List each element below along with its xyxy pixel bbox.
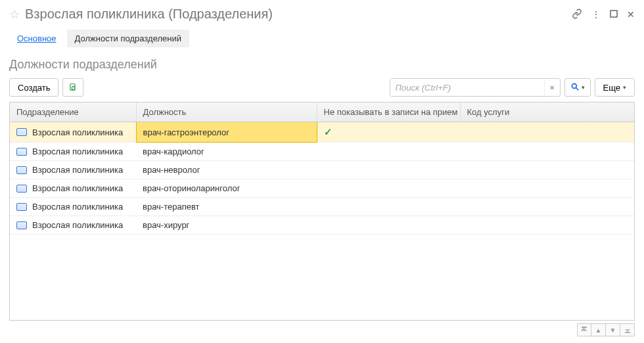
more-button-label: Еще xyxy=(603,83,620,93)
cell-department: Взрослая поликлиника xyxy=(10,143,136,161)
favorite-star-icon[interactable]: ☆ xyxy=(9,7,20,22)
nav-last-button[interactable] xyxy=(620,323,635,336)
cell-code xyxy=(460,122,634,143)
department-label: Взрослая поликлиника xyxy=(32,127,123,137)
kebab-menu-icon[interactable]: ⋮ xyxy=(591,10,601,19)
department-label: Взрослая поликлиника xyxy=(32,147,123,156)
cell-department: Взрослая поликлиника xyxy=(10,179,136,198)
cell-hide: ✓ xyxy=(317,122,460,143)
tab-positions[interactable]: Должности подразделений xyxy=(67,30,189,47)
maximize-icon[interactable] xyxy=(610,10,618,19)
document-refresh-icon xyxy=(68,83,78,92)
table-row[interactable]: Взрослая поликлиникаврач-невролог xyxy=(10,161,634,179)
department-icon xyxy=(16,203,27,211)
svg-point-2 xyxy=(572,83,576,88)
cell-code xyxy=(460,216,634,235)
department-label: Взрослая поликлиника xyxy=(32,220,123,230)
cell-position: врач-хирург xyxy=(136,216,317,235)
cell-hide xyxy=(317,161,460,179)
col-header-code[interactable]: Код услуги xyxy=(460,103,634,122)
cell-hide xyxy=(317,216,460,235)
tab-main[interactable]: Основное xyxy=(9,30,64,47)
cell-position: врач-кардиолог xyxy=(136,143,317,161)
cell-position: врач-оториноларинголог xyxy=(136,179,317,198)
positions-table: Подразделение Должность Не показывать в … xyxy=(9,102,635,321)
cell-department: Взрослая поликлиника xyxy=(10,122,136,143)
cell-code xyxy=(460,179,634,198)
close-icon[interactable]: ✕ xyxy=(627,10,635,19)
cell-code xyxy=(460,161,634,179)
refresh-button[interactable] xyxy=(62,78,83,97)
search-button[interactable]: ▾ xyxy=(564,78,591,97)
check-icon: ✓ xyxy=(324,126,333,137)
more-button[interactable]: Еще ▾ xyxy=(595,78,635,97)
col-header-position[interactable]: Должность xyxy=(136,103,317,122)
cell-position: врач-невролог xyxy=(136,161,317,179)
chevron-down-icon: ▾ xyxy=(623,84,626,91)
cell-hide xyxy=(317,198,460,216)
nav-down-button[interactable]: ▼ xyxy=(606,323,620,336)
link-icon[interactable] xyxy=(572,9,582,20)
col-header-department[interactable]: Подразделение xyxy=(10,103,136,122)
table-row[interactable]: Взрослая поликлиникаврач-оториноларингол… xyxy=(10,179,634,198)
search-field[interactable]: × xyxy=(390,78,561,97)
table-row[interactable]: Взрослая поликлиникаврач-гастроэнтеролог… xyxy=(10,122,634,143)
department-icon xyxy=(16,148,27,156)
department-icon xyxy=(16,221,27,229)
search-icon xyxy=(570,82,580,93)
table-row[interactable]: Взрослая поликлиникаврач-кардиолог xyxy=(10,143,634,161)
section-title: Должности подразделений xyxy=(9,58,635,72)
search-input[interactable] xyxy=(390,79,544,96)
chevron-down-icon: ▾ xyxy=(582,84,585,91)
page-title: Взрослая поликлиника (Подразделения) xyxy=(25,7,566,22)
department-icon xyxy=(16,185,27,193)
cell-department: Взрослая поликлиника xyxy=(10,216,136,235)
cell-hide xyxy=(317,143,460,161)
department-icon xyxy=(16,166,27,174)
col-header-hide[interactable]: Не показывать в записи на прием xyxy=(317,103,460,122)
table-row[interactable]: Взрослая поликлиникаврач-терапевт xyxy=(10,198,634,216)
cell-position: врач-терапевт xyxy=(136,198,317,216)
nav-first-button[interactable] xyxy=(577,323,591,336)
search-clear-button[interactable]: × xyxy=(544,79,560,96)
department-label: Взрослая поликлиника xyxy=(32,202,123,212)
cell-department: Взрослая поликлиника xyxy=(10,161,136,179)
create-button[interactable]: Создать xyxy=(9,78,58,97)
cell-position: врач-гастроэнтеролог xyxy=(136,122,317,143)
cell-hide xyxy=(317,179,460,198)
svg-line-3 xyxy=(576,87,578,90)
svg-rect-0 xyxy=(610,11,617,17)
cell-department: Взрослая поликлиника xyxy=(10,198,136,216)
department-label: Взрослая поликлиника xyxy=(32,165,123,175)
cell-code xyxy=(460,143,634,161)
table-header-row: Подразделение Должность Не показывать в … xyxy=(10,103,634,122)
cell-code xyxy=(460,198,634,216)
department-label: Взрослая поликлиника xyxy=(32,183,123,193)
nav-up-button[interactable]: ▲ xyxy=(591,323,606,336)
table-row[interactable]: Взрослая поликлиникаврач-хирург xyxy=(10,216,634,235)
department-icon xyxy=(16,128,27,136)
